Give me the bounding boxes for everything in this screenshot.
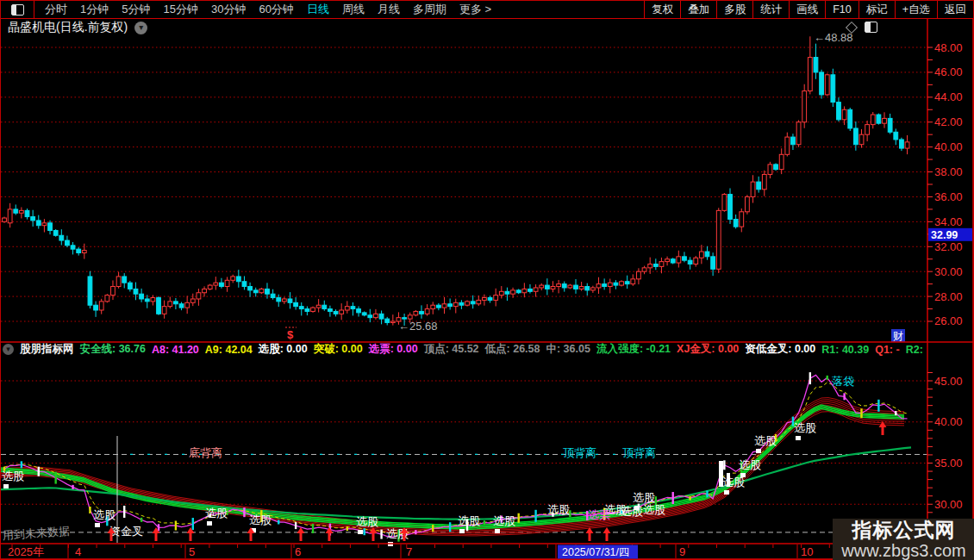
candle-body xyxy=(734,219,738,227)
green-band-line xyxy=(1,408,904,528)
toolbar-button-多股[interactable]: 多股 xyxy=(716,1,752,18)
chart-canvas[interactable]: ←48.88←25.68$财选股选股选股选股选股选股选股选股选股选股选股选股选股… xyxy=(1,1,974,560)
select-stock-label: 选股 xyxy=(458,514,480,527)
toolbar-button-叠加[interactable]: 叠加 xyxy=(680,1,716,18)
toolbar-button-复权[interactable]: 复权 xyxy=(644,1,680,18)
candle-body xyxy=(688,260,692,264)
candle-body xyxy=(185,302,190,308)
candle-body xyxy=(265,289,270,294)
candle-body xyxy=(368,315,372,318)
candle-body xyxy=(288,299,292,302)
candle-body xyxy=(345,307,349,310)
candle-body xyxy=(831,75,835,103)
white-square-marker xyxy=(740,473,746,477)
candle-body xyxy=(179,304,184,308)
candle-body xyxy=(574,285,578,289)
candle-body xyxy=(516,290,521,293)
period-item-月线[interactable]: 月线 xyxy=(378,2,400,17)
select-stock-label: 选股 xyxy=(633,491,655,504)
toolbar-button-统计[interactable]: 统计 xyxy=(752,1,789,18)
chevron-down-icon[interactable]: ▾ xyxy=(134,22,147,34)
candle-body xyxy=(448,304,453,307)
param-顶点: 顶点: 45.52 xyxy=(424,343,479,356)
candle-body xyxy=(494,296,498,301)
candle-body xyxy=(837,103,841,120)
candle-body xyxy=(683,257,687,260)
selected-date-label: 2025/07/31/四 xyxy=(562,546,630,558)
mini-bar xyxy=(72,485,73,489)
candle-body xyxy=(253,290,258,293)
candle-body xyxy=(883,118,887,123)
mini-bar xyxy=(347,526,348,531)
select-stock-label: 选股 xyxy=(794,421,816,434)
candle-body xyxy=(631,279,635,284)
indicator-name: 股朋指标网 xyxy=(20,343,74,356)
candle-body xyxy=(540,285,544,288)
candle-body xyxy=(231,277,235,280)
diamond-icon[interactable] xyxy=(846,21,858,33)
toolbar-button-标记[interactable]: 标记 xyxy=(858,1,895,18)
candle-body xyxy=(653,264,658,267)
candle-body xyxy=(225,280,229,286)
candle-body xyxy=(648,264,652,268)
candle-body xyxy=(128,283,132,289)
period-item-1分钟[interactable]: 1分钟 xyxy=(80,2,109,17)
axis-label-main: 40.00 xyxy=(934,140,963,153)
candle-body xyxy=(122,277,127,283)
param-R1: R1: 40.39 xyxy=(821,344,869,356)
candle-body xyxy=(362,313,366,315)
select-stock-label: 选股 xyxy=(754,434,777,447)
axis-label-main: 32.00 xyxy=(934,240,963,253)
param-R2: R2: 40.48 xyxy=(906,344,925,356)
white-square-marker xyxy=(634,506,640,510)
split-panel-icon[interactable] xyxy=(865,22,877,33)
candle-body xyxy=(357,309,361,313)
axis-label-main: 36.00 xyxy=(934,190,963,203)
mini-bar xyxy=(54,472,56,484)
candle-body xyxy=(677,257,681,263)
period-item-60分钟[interactable]: 60分钟 xyxy=(259,2,293,17)
candle-body xyxy=(642,268,646,271)
period-item-多周期[interactable]: 多周期 xyxy=(413,2,446,17)
toolbar-button-F10[interactable]: F10 xyxy=(825,1,858,18)
candle-body xyxy=(94,305,98,310)
period-item-15分钟[interactable]: 15分钟 xyxy=(163,2,197,17)
axis-label-main: 42.00 xyxy=(934,115,963,128)
candle-body xyxy=(299,307,303,309)
candle-body xyxy=(14,209,18,213)
candle-body xyxy=(294,302,298,306)
buy-arrow-icon xyxy=(326,527,334,541)
period-item-5分钟[interactable]: 5分钟 xyxy=(122,2,150,17)
candle-body xyxy=(77,249,81,252)
mini-bar xyxy=(89,507,91,513)
window-panel-icon-button[interactable] xyxy=(1,1,34,18)
stock-title: 晶盛机电(日线.前复权) xyxy=(1,20,128,35)
period-item-更多 >[interactable]: 更多 > xyxy=(459,2,491,17)
magenta-indicator-line xyxy=(4,375,908,537)
candle-body xyxy=(116,277,121,287)
white-square-marker xyxy=(495,529,500,533)
candle-body xyxy=(442,304,446,308)
period-item-日线[interactable]: 日线 xyxy=(307,2,329,17)
ribbon-line xyxy=(1,404,904,531)
period-item-分时[interactable]: 分时 xyxy=(45,2,67,17)
toolbar-button-返回[interactable]: 返回 xyxy=(937,1,973,18)
toolbar-button-画线[interactable]: 画线 xyxy=(789,1,825,18)
select-stock-label: 选股 xyxy=(621,505,643,518)
candle-body xyxy=(637,271,641,279)
candle-body xyxy=(779,154,784,169)
candle-body xyxy=(162,307,166,314)
candle-body xyxy=(871,115,875,125)
toolbar-button-+自选[interactable]: +自选 xyxy=(895,1,937,18)
watermark-title: 指标公式网 xyxy=(852,520,956,541)
sub-annotation: 底背离 xyxy=(189,446,222,459)
candle-body xyxy=(105,296,109,302)
mini-bar xyxy=(192,518,194,530)
chevron-down-icon[interactable]: ▾ xyxy=(3,344,14,355)
period-item-30分钟[interactable]: 30分钟 xyxy=(211,2,246,17)
mini-bar xyxy=(432,525,434,532)
period-item-周线[interactable]: 周线 xyxy=(342,2,365,17)
candle-body xyxy=(768,165,772,175)
candle-body xyxy=(48,223,53,231)
mini-bar xyxy=(363,528,365,535)
